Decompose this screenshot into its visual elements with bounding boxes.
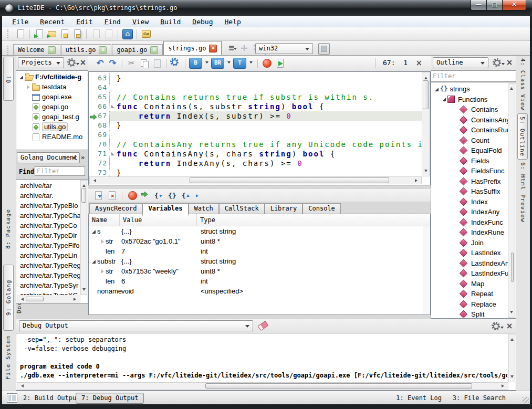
code-line[interactable]: 66func Contains(s, substr string) bool { bbox=[89, 102, 422, 111]
file-search-toggle[interactable]: 3: File Search bbox=[453, 391, 506, 405]
add-split-icon[interactable] bbox=[238, 43, 249, 54]
variable-row[interactable]: s{...}struct string bbox=[89, 226, 430, 236]
variable-row[interactable]: str0x5702ac "go1.0.1"uint8 * bbox=[89, 236, 430, 246]
menu-edit[interactable]: Edit bbox=[70, 16, 98, 27]
sidebar-tab-4-class-view[interactable]: 4: Class View bbox=[517, 57, 528, 112]
event-log-toggle[interactable]: 1: Event Log bbox=[396, 391, 442, 405]
package-doc-item[interactable]: archive/tar.TypeReg bbox=[17, 270, 80, 280]
code-line[interactable]: 70// ContainsAny returns true if any Uni… bbox=[89, 140, 422, 149]
variables-column-header[interactable]: Name bbox=[89, 214, 120, 226]
paste-icon[interactable] bbox=[151, 58, 162, 69]
tab-close-icon[interactable]: × bbox=[150, 46, 158, 54]
code-line[interactable]: 63} bbox=[89, 74, 422, 83]
outline-function-item[interactable]: LastIndexFunc bbox=[432, 268, 508, 279]
tree-item[interactable]: goapi.go bbox=[16, 102, 88, 112]
tab-close-icon[interactable]: × bbox=[99, 46, 107, 54]
projects-gear-icon[interactable] bbox=[67, 58, 79, 69]
outline-filter-input[interactable] bbox=[431, 70, 516, 82]
variables-header-row[interactable]: NameValueType bbox=[89, 214, 430, 226]
reload-file-icon[interactable] bbox=[90, 28, 101, 39]
doc-list-hscroll-thumb[interactable] bbox=[26, 297, 44, 301]
editor-vscrollbar[interactable] bbox=[422, 72, 430, 176]
tab-strings-go[interactable]: strings.go× bbox=[163, 41, 222, 55]
target-combo[interactable]: win32 bbox=[255, 43, 313, 54]
outline-function-item[interactable]: Join bbox=[432, 238, 508, 248]
debug-tab-asyncrecord[interactable]: AsyncRecord bbox=[89, 203, 142, 214]
expander-open-icon[interactable] bbox=[91, 228, 97, 235]
tree-item[interactable]: testdata bbox=[16, 82, 88, 92]
variable-row[interactable]: str0x57153c "weekly"uint8 * bbox=[89, 266, 430, 276]
home-icon[interactable] bbox=[122, 28, 133, 39]
build-t-dropdown-icon[interactable] bbox=[249, 61, 253, 65]
output-hscroll-thumb[interactable] bbox=[205, 383, 472, 389]
package-doc-item[interactable]: archive/tar.TypeCha bbox=[17, 211, 80, 221]
menu-view[interactable]: View bbox=[127, 16, 154, 27]
outline-function-item[interactable]: Map bbox=[432, 279, 508, 289]
step-over-icon[interactable]: {} bbox=[168, 190, 179, 201]
outline-function-item[interactable]: ContainsRune bbox=[432, 125, 508, 135]
doc-list-vscroll-thumb[interactable] bbox=[81, 188, 86, 203]
debug-tab-console[interactable]: Console bbox=[302, 203, 341, 214]
toggle-panels-icon[interactable] bbox=[7, 393, 17, 403]
outline-function-item[interactable]: IndexAny bbox=[432, 207, 508, 217]
tabbar-grip[interactable] bbox=[7, 46, 11, 55]
tree-item[interactable]: goapi.exe bbox=[16, 92, 88, 102]
expander-closed-icon[interactable] bbox=[25, 84, 32, 90]
code-line[interactable]: 67 return Index(s, substr) >= 0 bbox=[89, 111, 422, 121]
debug-tab-variables[interactable]: Variables bbox=[142, 203, 188, 216]
outline-function-item[interactable]: HasPrefix bbox=[432, 176, 508, 187]
variable-row[interactable]: substr{...}struct string bbox=[89, 256, 430, 266]
debug-output-toggle[interactable]: 7: Debug Output bbox=[76, 393, 144, 404]
start-debug-icon[interactable] bbox=[274, 58, 285, 69]
outline-root-item[interactable]: {}strings bbox=[432, 84, 508, 95]
open-folder-icon[interactable] bbox=[46, 28, 57, 39]
doc-list-hscrollbar[interactable] bbox=[17, 296, 80, 302]
build-b-dropdown-icon[interactable] bbox=[205, 61, 208, 65]
outline-vscroll-thumb[interactable] bbox=[511, 253, 514, 282]
gear-icon[interactable] bbox=[170, 58, 181, 69]
package-doc-item[interactable]: archive/tar. bbox=[17, 191, 80, 201]
package-doc-item[interactable]: archive/tar bbox=[17, 181, 80, 191]
expander-closed-icon[interactable] bbox=[99, 238, 106, 245]
tree-item[interactable]: F:/vfc/liteide-g bbox=[16, 72, 88, 82]
minimize-button[interactable]: — bbox=[471, 0, 487, 11]
menu-find[interactable]: Find bbox=[99, 16, 127, 27]
stop-icon[interactable] bbox=[127, 190, 138, 201]
output-close-icon[interactable]: × bbox=[505, 322, 514, 330]
sidebar-tab-file-system[interactable]: File System bbox=[3, 333, 14, 382]
outline-function-item[interactable]: LastIndex bbox=[432, 248, 508, 258]
package-doc-item[interactable]: archive/tar.TypeFifo bbox=[17, 240, 80, 250]
build-b-button[interactable]: B bbox=[189, 58, 202, 69]
copy-icon[interactable] bbox=[139, 58, 150, 69]
outline-function-item[interactable]: EqualFold bbox=[432, 145, 508, 156]
tree-item[interactable]: utils.go bbox=[16, 122, 88, 132]
tab-goapi-go[interactable]: goapi.go× bbox=[112, 44, 163, 55]
outline-function-item[interactable]: LastIndexAny bbox=[432, 258, 508, 269]
output-gear-icon[interactable] bbox=[492, 322, 504, 332]
tab-close-icon[interactable]: × bbox=[209, 45, 217, 53]
sidebar-tab-5-outline[interactable]: 5: Outline bbox=[517, 113, 528, 160]
outline-function-item[interactable]: Count bbox=[432, 135, 508, 146]
package-doc-item[interactable]: archive/tar.TypeXG bbox=[17, 290, 80, 295]
tab-list-icon[interactable] bbox=[226, 43, 237, 54]
undo-icon[interactable] bbox=[95, 58, 106, 69]
go-env-icon[interactable] bbox=[141, 28, 152, 39]
debug-tab-watch[interactable]: Watch bbox=[189, 203, 219, 214]
output-vscrollbar[interactable] bbox=[508, 334, 515, 382]
package-doc-item[interactable]: archive/tar.TypeReg bbox=[17, 260, 80, 270]
doc-list-vscrollbar[interactable] bbox=[80, 180, 87, 295]
target-options-button[interactable] bbox=[318, 43, 330, 55]
build-t-button[interactable]: T bbox=[233, 58, 246, 69]
outline-gear-icon[interactable] bbox=[493, 58, 505, 69]
variables-column-header[interactable]: Type bbox=[197, 214, 430, 226]
doc-import-icon[interactable] bbox=[106, 190, 117, 201]
expander-open-icon[interactable] bbox=[91, 258, 97, 265]
build-output-toggle[interactable]: 2: Build Output bbox=[23, 391, 80, 405]
outline-function-item[interactable]: Replace bbox=[432, 299, 508, 310]
code-line[interactable]: 69 bbox=[89, 130, 422, 140]
outline-function-item[interactable]: ContainsAny bbox=[432, 115, 508, 125]
sidebar-tab-8-package-browser[interactable]: 8: Package Browser bbox=[3, 194, 14, 264]
close-file-icon[interactable] bbox=[103, 28, 114, 39]
outline-function-item[interactable]: FieldsFunc bbox=[432, 166, 508, 176]
code-line[interactable]: 65// Contains returns true if substr is … bbox=[89, 92, 422, 102]
